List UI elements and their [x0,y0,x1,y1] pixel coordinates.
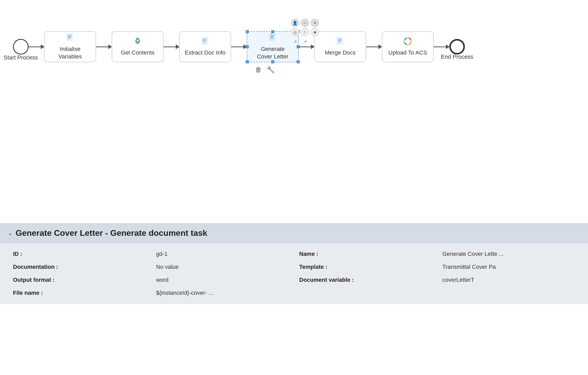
collapse-chevron-icon[interactable]: ⌄ [8,230,12,237]
field-id: ID : [13,251,146,257]
task-label-extract: Extract Doc Info [185,49,226,57]
name-label: Name : [299,251,432,257]
colorwheel-icon [403,37,412,48]
rocket-icon [134,37,142,48]
right-labels-col: Name : Template : Document variable : [299,251,432,296]
doc-icon-4 [336,37,344,48]
task-label-merge: Merge Docs [325,49,356,57]
toolbar-person-icon[interactable]: 👤 [291,19,299,27]
arrow-1 [29,46,44,47]
field-file-name: File name : [13,290,146,296]
task-label-upload: Upload To ACS [389,49,427,57]
task-label-gen-cover: GenerateCover Letter [257,45,288,60]
task-label-get: Get Contents [121,49,155,57]
svg-rect-1 [68,35,71,36]
panel-title: Generate Cover Letter - Generate documen… [16,228,207,238]
svg-point-18 [406,40,409,43]
svg-rect-8 [203,42,205,42]
resize-tl[interactable] [246,30,249,33]
properties-grid: ID : Documentation : Output format : Fil… [13,251,575,296]
svg-rect-12 [270,38,273,38]
svg-rect-16 [338,42,340,42]
panel-body: ID : Documentation : Output format : Fil… [0,243,588,304]
svg-rect-2 [68,37,71,37]
node-bottom-toolbar: 🗑 🔧 [255,66,275,74]
field-documentation-value: No value [156,264,289,270]
toolbar-merge-icon[interactable]: ⊕ [311,28,319,36]
field-name-value: Generate Cover Lette ... [442,251,575,257]
doc-icon-2 [201,37,209,48]
documentation-label: Documentation : [13,264,146,270]
task-initialise-variables[interactable]: InitialiseVariables [44,31,96,62]
resize-ml[interactable] [246,45,249,48]
id-label: ID : [13,251,146,257]
toolbar-circle3-icon[interactable]: ○ [301,28,309,36]
flow-diagram: Start Process InitialiseVariables [13,31,465,62]
toolbar-arrow2-icon[interactable]: ↗ [301,37,309,46]
task-label-init: InitialiseVariables [58,45,82,60]
task-extract-doc-info[interactable]: Extract Doc Info [179,31,231,62]
field-documentation: Documentation : [13,264,146,270]
doc-variable-label: Document variable : [299,277,432,283]
svg-rect-10 [270,35,274,36]
right-values-col: Generate Cover Lette ... Transmittal Cov… [442,251,575,296]
task-upload-to-acs[interactable]: Upload To ACS [382,31,434,62]
toolbar-circle2-icon[interactable]: ◎ [291,28,299,36]
svg-rect-14 [338,39,342,39]
svg-rect-6 [203,39,206,39]
field-id-value: gd-1 [156,251,289,257]
wrench-icon[interactable]: 🔧 [266,66,275,74]
field-file-name-value: ${instanceId}-cover- ... [156,290,289,296]
doc-variable-value: coverLetterT [442,277,575,283]
start-label: Start Process [4,54,38,61]
documentation-value: No value [156,264,289,270]
name-value: Generate Cover Lette ... [442,251,575,257]
panel-header[interactable]: ⌄ Generate Cover Letter - Generate docum… [0,224,588,243]
output-format-value: word [156,277,289,283]
toolbar-circle-icon[interactable]: ○ [301,19,309,27]
start-event[interactable]: Start Process [13,39,29,55]
doc-icon-3 [269,33,277,44]
doc-icon-1 [66,33,74,44]
arrow-3 [164,46,179,47]
svg-rect-3 [68,38,70,38]
labels-col: ID : Documentation : Output format : Fil… [13,251,146,296]
arrow-5 [299,46,314,47]
toolbar-arrow-icon[interactable]: ↗ [291,37,299,46]
field-output-format-value: word [156,277,289,283]
svg-rect-15 [338,40,342,41]
properties-panel: ⌄ Generate Cover Letter - Generate docum… [0,223,588,304]
task-merge-docs[interactable]: Merge Docs [314,31,366,62]
output-format-label: Output format : [13,277,146,283]
field-doc-variable-value: coverLetterT [442,277,575,283]
svg-rect-7 [203,40,206,41]
arrow-2 [96,46,112,47]
values-col: gd-1 No value word ${instanceId}-cover- … [156,251,289,296]
trash-icon[interactable]: 🗑 [255,66,262,74]
id-value: gd-1 [156,251,289,257]
node-toolbar: 👤 ○ ✕ ◎ ○ ⊕ ↗ ↗ [291,19,319,46]
field-template-value: Transmittal Cover Pa [442,264,575,270]
arrow-7 [434,46,449,47]
end-event[interactable]: End Process [449,39,465,55]
end-label: End Process [441,53,473,60]
task-get-contents[interactable]: Get Contents [112,31,164,62]
toolbar-x-icon[interactable]: ✕ [311,19,319,27]
template-value: Transmittal Cover Pa [442,264,575,270]
file-name-label: File name : [13,290,146,296]
task-generate-cover-letter[interactable]: 👤 ○ ✕ ◎ ○ ⊕ ↗ ↗ [247,31,299,62]
template-label: Template : [299,264,432,270]
arrow-6 [366,46,382,47]
process-canvas[interactable]: Start Process InitialiseVariables [0,0,588,223]
field-template: Template : [299,264,432,270]
resize-tm[interactable] [271,30,274,33]
field-doc-variable: Document variable : [299,277,432,283]
field-name: Name : [299,251,432,257]
resize-br[interactable] [297,60,300,63]
svg-point-4 [137,39,139,42]
svg-rect-11 [270,37,274,37]
file-name-value: ${instanceId}-cover- ... [156,290,289,296]
resize-bm[interactable] [271,60,274,63]
resize-bl[interactable] [246,60,249,63]
arrow-4 [231,46,247,47]
